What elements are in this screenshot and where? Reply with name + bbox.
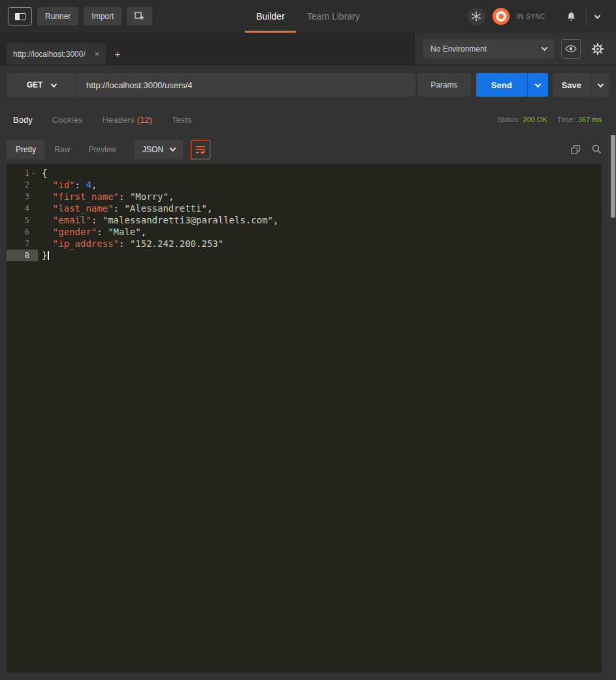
line-number: 4 bbox=[7, 202, 38, 214]
response-tab-tests[interactable]: Tests bbox=[172, 115, 191, 125]
scrollbar-thumb[interactable] bbox=[611, 135, 615, 218]
code-line[interactable]: 4 "last_name": "Alessandretti", bbox=[7, 202, 602, 214]
chevron-down-icon bbox=[51, 81, 57, 88]
line-number: 8 bbox=[7, 250, 38, 261]
headers-count-badge: (12) bbox=[137, 115, 152, 125]
tab-builder[interactable]: Builder bbox=[245, 0, 296, 33]
close-tab-icon[interactable]: × bbox=[94, 49, 99, 59]
request-tab-bar: http://localhost:3000/ × + No Environmen… bbox=[0, 33, 616, 65]
time-label: Time: bbox=[557, 116, 575, 123]
response-meta: Status: 200 OK Time: 367 ms bbox=[497, 116, 602, 123]
response-tab-headers[interactable]: Headers(12) bbox=[103, 115, 152, 125]
code-line[interactable]: 7 "ip_address": "152.242.200.253" bbox=[7, 238, 602, 250]
code-content: "id": 4, bbox=[38, 179, 97, 191]
response-tab-body[interactable]: Body bbox=[13, 115, 33, 125]
view-pretty-button[interactable]: Pretty bbox=[7, 140, 45, 159]
request-tab-title: http://localhost:3000/ bbox=[13, 50, 86, 59]
header-menu-button[interactable] bbox=[586, 5, 608, 27]
response-view-toolbar: Pretty Raw Preview JSON bbox=[0, 135, 616, 164]
send-label: Send bbox=[476, 73, 527, 97]
import-button[interactable]: Import bbox=[84, 7, 122, 25]
runner-button[interactable]: Runner bbox=[37, 7, 78, 25]
code-content: { bbox=[38, 167, 47, 179]
environment-select[interactable]: No Environment bbox=[423, 39, 554, 59]
line-number: 5 bbox=[7, 214, 38, 226]
save-options-chevron[interactable] bbox=[591, 73, 609, 97]
code-content: "first_name": "Morry", bbox=[38, 191, 174, 202]
notifications-bell-icon[interactable] bbox=[563, 7, 579, 25]
code-line[interactable]: 3 "first_name": "Morry", bbox=[7, 191, 602, 202]
new-tab-button[interactable]: + bbox=[106, 43, 129, 65]
chevron-down-icon bbox=[534, 81, 541, 88]
header-left-group: Runner Import bbox=[8, 7, 152, 25]
line-number: 1- bbox=[7, 167, 38, 179]
code-line[interactable]: 8} bbox=[7, 250, 602, 261]
postman-app: Runner Import Builder Team Library IN SY… bbox=[0, 0, 616, 673]
chevron-down-icon bbox=[170, 145, 176, 152]
chevron-down-icon bbox=[542, 44, 548, 51]
time-value: 367 ms bbox=[578, 116, 602, 123]
sync-status-label: IN SYNC bbox=[517, 13, 545, 20]
url-input[interactable]: http://localhost:3000/users/4 bbox=[77, 73, 415, 97]
text-cursor bbox=[48, 251, 49, 260]
wrap-text-icon bbox=[195, 145, 206, 154]
code-lines: 1-{2 "id": 4,3 "first_name": "Morry",4 "… bbox=[7, 167, 602, 261]
status-label: Status: bbox=[497, 116, 519, 123]
environment-quicklook-button[interactable] bbox=[561, 39, 581, 59]
sync-status-icon[interactable] bbox=[493, 8, 510, 25]
format-select[interactable]: JSON bbox=[135, 140, 183, 159]
response-tabs-row: Body Cookies Headers(12) Tests Status: 2… bbox=[0, 105, 616, 135]
save-label: Save bbox=[553, 73, 591, 97]
copy-icon[interactable] bbox=[571, 145, 580, 154]
sidebar-toggle-button[interactable] bbox=[8, 7, 32, 25]
format-label: JSON bbox=[142, 145, 163, 154]
method-select[interactable]: GET bbox=[7, 73, 77, 97]
new-window-button[interactable] bbox=[127, 7, 152, 25]
headers-label: Headers bbox=[103, 115, 135, 125]
code-content: "gender": "Male", bbox=[38, 226, 146, 238]
new-window-icon bbox=[135, 12, 144, 21]
code-content: "ip_address": "152.242.200.253" bbox=[38, 238, 223, 250]
send-button[interactable]: Send bbox=[476, 73, 548, 97]
environment-label: No Environment bbox=[430, 44, 487, 54]
header-right-group: IN SYNC bbox=[468, 5, 608, 27]
url-bar: GET http://localhost:3000/users/4 bbox=[7, 73, 415, 97]
request-builder-row: GET http://localhost:3000/users/4 Params… bbox=[0, 65, 616, 105]
toolbar-right-icons bbox=[571, 144, 602, 154]
code-line[interactable]: 1-{ bbox=[7, 167, 602, 179]
top-header: Runner Import Builder Team Library IN SY… bbox=[0, 0, 616, 33]
search-icon[interactable] bbox=[592, 144, 602, 154]
response-body-editor[interactable]: 1-{2 "id": 4,3 "first_name": "Morry",4 "… bbox=[7, 164, 602, 673]
code-content: "email": "malessandretti3@parallels.com"… bbox=[38, 214, 278, 226]
code-content: } bbox=[38, 250, 49, 261]
params-button[interactable]: Params bbox=[417, 73, 471, 97]
code-line[interactable]: 6 "gender": "Male", bbox=[7, 226, 602, 238]
open-tabs-area: http://localhost:3000/ × + bbox=[0, 33, 414, 65]
code-line[interactable]: 5 "email": "malessandretti3@parallels.co… bbox=[7, 214, 602, 226]
code-line[interactable]: 2 "id": 4, bbox=[7, 179, 602, 191]
view-preview-button[interactable]: Preview bbox=[79, 140, 125, 159]
response-tab-cookies[interactable]: Cookies bbox=[52, 115, 83, 125]
tab-team-library[interactable]: Team Library bbox=[296, 0, 371, 33]
line-number: 6 bbox=[7, 226, 38, 238]
line-number: 3 bbox=[7, 191, 38, 202]
gear-icon bbox=[591, 42, 604, 56]
wrap-text-button[interactable] bbox=[191, 140, 210, 159]
request-tab[interactable]: http://localhost:3000/ × bbox=[7, 43, 106, 65]
view-raw-button[interactable]: Raw bbox=[45, 140, 79, 159]
save-button[interactable]: Save bbox=[553, 73, 609, 97]
method-label: GET bbox=[27, 80, 43, 89]
line-number: 2 bbox=[7, 179, 38, 191]
status-value: 200 OK bbox=[523, 116, 547, 123]
code-content: "last_name": "Alessandretti", bbox=[38, 202, 212, 214]
settings-gear-button[interactable] bbox=[588, 39, 608, 59]
line-number: 7 bbox=[7, 238, 38, 250]
chevron-down-icon bbox=[597, 81, 604, 88]
environment-controls: No Environment bbox=[414, 33, 616, 65]
sidebar-panel-icon bbox=[15, 13, 25, 20]
send-options-chevron[interactable] bbox=[527, 73, 548, 97]
chevron-down-icon bbox=[594, 12, 601, 19]
interceptor-icon[interactable] bbox=[468, 8, 485, 25]
eye-icon bbox=[565, 45, 577, 52]
fold-marker-icon[interactable]: - bbox=[29, 167, 38, 179]
